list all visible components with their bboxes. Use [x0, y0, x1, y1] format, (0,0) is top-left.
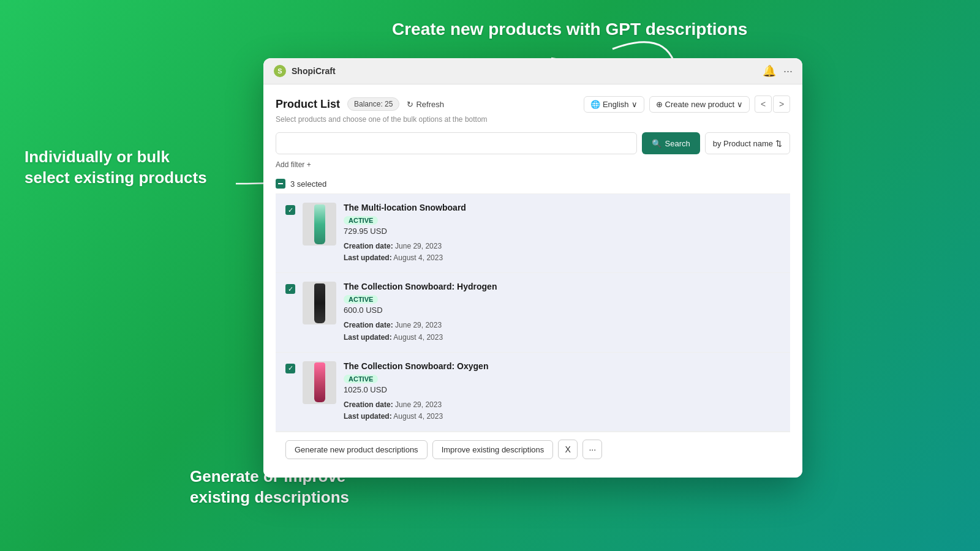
title-bar-left: S ShopiCraft: [273, 64, 336, 78]
product-image-2: [303, 282, 336, 324]
product-checkbox-3[interactable]: ✓: [285, 364, 295, 373]
product-checkbox-2[interactable]: ✓: [285, 284, 295, 294]
sort-label: by Product name: [713, 139, 773, 148]
product-name-1: The Multi-location Snowboard: [344, 203, 780, 212]
notification-icon[interactable]: 🔔: [763, 64, 776, 78]
action-bar: Generate new product descriptions Improv…: [276, 432, 790, 467]
page-header: Product List Balance: 25 ↻ Refresh 🌐 Eng…: [276, 96, 790, 113]
sort-chevron-icon: ⇅: [775, 139, 782, 148]
globe-icon: 🌐: [590, 100, 600, 109]
content-area: Product List Balance: 25 ↻ Refresh 🌐 Eng…: [263, 84, 802, 478]
product-meta-1: Creation date: June 29, 2023 Last update…: [344, 241, 780, 264]
refresh-label: Refresh: [416, 100, 444, 109]
create-label: Create new product: [665, 100, 734, 109]
nav-buttons: < >: [755, 96, 790, 113]
add-filter-button[interactable]: Add filter +: [276, 160, 311, 169]
product-price-1: 729.95 USD: [344, 227, 780, 236]
product-info-2: The Collection Snowboard: Hydrogen ACTIV…: [344, 282, 780, 343]
chevron-down-icon-2: ∨: [737, 100, 743, 109]
creation-date-value-2: June 29, 2023: [395, 321, 442, 329]
annotation-left: Individually or bulkselect existing prod…: [24, 147, 207, 189]
product-price-2: 600.0 USD: [344, 305, 780, 315]
selection-bar: 3 selected: [276, 174, 790, 194]
title-bar-right: 🔔 ···: [763, 64, 793, 78]
status-badge-2: ACTIVE: [344, 295, 378, 304]
last-updated-value-3: August 4, 2023: [393, 412, 443, 421]
product-image-3: [303, 361, 336, 404]
page-title-group: Product List Balance: 25 ↻ Refresh: [276, 97, 444, 111]
snowboard-black-icon: [314, 283, 325, 323]
select-all-checkbox[interactable]: [276, 179, 285, 189]
last-updated-label-2: Last updated:: [344, 333, 392, 342]
product-meta-3: Creation date: June 29, 2023 Last update…: [344, 399, 780, 422]
product-item: ✓ The Collection Snowboard: Oxygen ACTIV…: [276, 353, 790, 432]
product-item: ✓ The Collection Snowboard: Hydrogen ACT…: [276, 273, 790, 352]
language-label: English: [603, 100, 629, 109]
nav-prev-button[interactable]: <: [755, 96, 772, 113]
annotation-top: Create new products with GPT description…: [392, 18, 747, 40]
nav-next-button[interactable]: >: [773, 96, 790, 113]
plus-icon: ⊕: [656, 100, 663, 109]
checkmark-icon: ✓: [288, 206, 293, 214]
snowboard-green-icon: [314, 204, 325, 244]
svg-text:S: S: [277, 67, 282, 75]
search-row: 🔍 Search by Product name ⇅: [276, 132, 790, 154]
page-subtitle: Select products and choose one of the bu…: [276, 115, 790, 124]
search-input[interactable]: [276, 132, 637, 154]
checkmark-icon-3: ✓: [288, 364, 293, 372]
product-name-3: The Collection Snowboard: Oxygen: [344, 361, 780, 371]
product-image-1: [303, 203, 336, 246]
search-button[interactable]: 🔍 Search: [642, 132, 700, 154]
creation-date-label-2: Creation date:: [344, 321, 393, 329]
search-icon: 🔍: [652, 139, 662, 148]
search-label: Search: [665, 139, 690, 148]
product-checkbox-1[interactable]: ✓: [285, 205, 295, 215]
last-updated-label-1: Last updated:: [344, 253, 392, 262]
improve-descriptions-button[interactable]: Improve existing descriptions: [432, 440, 554, 459]
refresh-button[interactable]: ↻ Refresh: [407, 100, 444, 109]
chevron-down-icon: ∨: [631, 100, 638, 109]
language-button[interactable]: 🌐 English ∨: [584, 96, 644, 113]
page-title: Product List: [276, 98, 340, 111]
more-icon[interactable]: ···: [783, 65, 793, 78]
title-bar: S ShopiCraft 🔔 ···: [263, 58, 802, 84]
indeterminate-line: [278, 183, 283, 184]
status-badge-3: ACTIVE: [344, 375, 378, 383]
close-action-button[interactable]: X: [558, 440, 578, 459]
app-name: ShopiCraft: [292, 66, 336, 76]
filter-row: Add filter +: [276, 160, 790, 169]
creation-date-value-3: June 29, 2023: [395, 400, 442, 409]
last-updated-label-3: Last updated:: [344, 412, 392, 421]
app-logo-icon: S: [273, 64, 287, 78]
last-updated-value-1: August 4, 2023: [393, 253, 443, 262]
balance-badge: Balance: 25: [347, 97, 399, 111]
sort-button[interactable]: by Product name ⇅: [705, 132, 790, 154]
selection-count: 3 selected: [290, 179, 326, 189]
product-meta-2: Creation date: June 29, 2023 Last update…: [344, 320, 780, 343]
product-name-2: The Collection Snowboard: Hydrogen: [344, 282, 780, 291]
product-list: ✓ The Multi-location Snowboard ACTIVE 72…: [276, 194, 790, 432]
product-price-3: 1025.0 USD: [344, 385, 780, 394]
creation-date-value-1: June 29, 2023: [395, 242, 442, 250]
checkmark-icon-2: ✓: [288, 285, 293, 293]
create-product-button[interactable]: ⊕ Create new product ∨: [649, 96, 750, 113]
creation-date-label-3: Creation date:: [344, 400, 393, 409]
status-badge-1: ACTIVE: [344, 216, 378, 225]
app-window: S ShopiCraft 🔔 ··· Product List Balance:…: [263, 58, 802, 478]
generate-descriptions-button[interactable]: Generate new product descriptions: [285, 440, 428, 459]
refresh-icon: ↻: [407, 100, 413, 109]
more-actions-button[interactable]: ···: [582, 440, 602, 459]
product-item: ✓ The Multi-location Snowboard ACTIVE 72…: [276, 194, 790, 273]
creation-date-label-1: Creation date:: [344, 242, 393, 250]
last-updated-value-2: August 4, 2023: [393, 333, 443, 342]
header-actions: 🌐 English ∨ ⊕ Create new product ∨ < >: [584, 96, 790, 113]
product-info-3: The Collection Snowboard: Oxygen ACTIVE …: [344, 361, 780, 422]
snowboard-pink-icon: [314, 362, 325, 402]
product-info-1: The Multi-location Snowboard ACTIVE 729.…: [344, 203, 780, 264]
